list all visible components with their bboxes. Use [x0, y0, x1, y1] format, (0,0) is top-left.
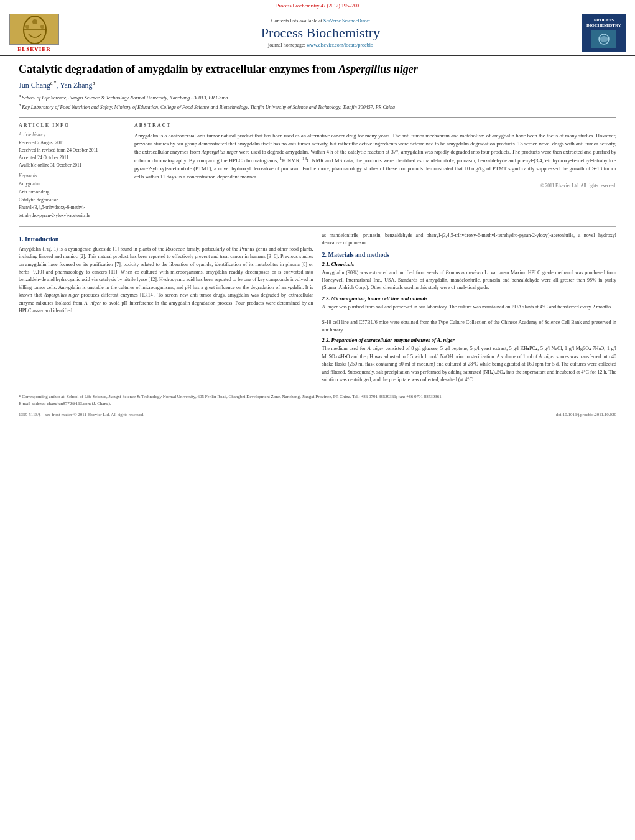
keywords-label: Keywords: — [19, 173, 118, 178]
doi-text: doi:10.1016/j.procbio.2011.10.030 — [556, 412, 616, 417]
abstract-text: Amygdalin is a controversial anti-tumor … — [134, 132, 616, 180]
microorganism-text: A. niger was purified from soil and pres… — [322, 303, 617, 335]
logo-text: PROCESSBIOCHEMISTRY — [586, 17, 621, 29]
received-date: Received 2 August 2011 — [19, 139, 118, 147]
chemicals-subtitle: 2.1. Chemicals — [322, 261, 617, 267]
journal-homepage-link[interactable]: www.elsevier.com/locate/procbio — [307, 42, 373, 48]
keywords-section: Keywords: Amygdalin Anti-tumor drug Cata… — [19, 173, 118, 220]
chemicals-text: Amygdalin (90%) was extracted and purifi… — [322, 269, 617, 292]
process-biochemistry-logo: PROCESSBIOCHEMISTRY — [582, 14, 626, 52]
introduction-paragraph: Amygdalin (Fig. 1) is a cyanogenic gluco… — [19, 246, 313, 315]
journal-title: Process Biochemistry — [67, 25, 574, 41]
article-title: Catalytic degradation of amygdalin by ex… — [19, 62, 616, 76]
authors-line: Jun Changa,*, Yan Zhangb — [19, 80, 616, 90]
accepted-date: Accepted 24 October 2011 — [19, 154, 118, 162]
email-line: E-mail address: changjun8772@163.com (J.… — [19, 400, 616, 407]
issn-text: 1359-5113/$ – see front matter © 2011 El… — [19, 412, 144, 417]
keywords-list: Amygdalin Anti-tumor drug Catalytic degr… — [19, 180, 118, 220]
elsevier-logo-art — [9, 14, 59, 45]
keyword-2: Anti-tumor drug — [19, 188, 118, 196]
author-yan-zhang: Yan Zhang — [60, 81, 92, 90]
preparation-text: The medium used for A. niger consisted o… — [322, 345, 617, 384]
copyright-line: © 2011 Elsevier Ltd. All rights reserved… — [134, 183, 616, 188]
journal-header: ELSEVIER Contents lists available at Sci… — [0, 11, 635, 56]
journal-center: Contents lists available at SciVerse Sci… — [67, 18, 574, 48]
section-divider — [19, 226, 616, 227]
svg-point-3 — [32, 19, 37, 24]
logo-image — [591, 30, 616, 48]
journal-logo-right: PROCESSBIOCHEMISTRY — [579, 14, 629, 52]
keyword-4: Phenyl-(3,4,5-trihydroxy-6-methyl-tetrah… — [19, 204, 118, 220]
svg-point-4 — [25, 25, 29, 29]
homepage-line: journal homepage: www.elsevier.com/locat… — [67, 42, 574, 48]
author-jun-chang: Jun Chang — [19, 81, 50, 90]
bottom-bar: 1359-5113/$ – see front matter © 2011 El… — [19, 410, 616, 417]
article-dates: Received 2 August 2011 Received in revis… — [19, 139, 118, 169]
materials-title: 2. Materials and methods — [322, 251, 617, 258]
affiliation-b: b Key Laboratory of Food Nutrition and S… — [19, 102, 616, 111]
top-header: Process Biochemistry 47 (2012) 195–200 — [0, 0, 635, 11]
keyword-3: Catalytic degradation — [19, 196, 118, 205]
journal-reference: Process Biochemistry 47 (2012) 195–200 — [276, 3, 359, 9]
introduction-title: 1. Introduction — [19, 236, 313, 242]
keyword-1: Amygdalin — [19, 180, 118, 188]
available-date: Available online 31 October 2011 — [19, 162, 118, 169]
article-info-abstract-section: ARTICLE INFO Article history: Received 2… — [19, 117, 616, 220]
preparation-subtitle: 2.3. Preparation of extracellular enzyme… — [322, 337, 617, 343]
svg-point-5 — [40, 25, 44, 29]
affiliations: a School of Life Science, Jiangxi Scienc… — [19, 93, 616, 111]
abstract-column: ABSTRACT Amygdalin is a controversial an… — [134, 122, 616, 220]
intro-continuation: as mandelonitrile, prunasin, benzaldehyd… — [322, 232, 617, 247]
footnote-section: * Corresponding author at: School of Lif… — [19, 390, 616, 407]
revised-date: Received in revised form 24 October 2011 — [19, 147, 118, 154]
corresponding-note: * Corresponding author at: School of Lif… — [19, 394, 616, 400]
elsevier-label: ELSEVIER — [17, 46, 51, 52]
author-sup-a: a,* — [50, 80, 57, 86]
section-number-1: 1. — [19, 236, 25, 242]
affiliation-a: a School of Life Science, Jiangxi Scienc… — [19, 93, 616, 101]
microorganism-subtitle: 2.2. Microorganism, tumor cell line and … — [322, 295, 617, 302]
article-info-column: ARTICLE INFO Article history: Received 2… — [19, 122, 124, 220]
contents-line: Contents lists available at SciVerse Sci… — [67, 18, 574, 24]
body-left-column: 1. Introduction Amygdalin (Fig. 1) is a … — [19, 232, 313, 384]
history-label: Article history: — [19, 132, 118, 137]
sciverse-link[interactable]: SciVerse ScienceDirect — [323, 18, 370, 24]
body-two-columns: 1. Introduction Amygdalin (Fig. 1) is a … — [19, 232, 616, 384]
abstract-heading: ABSTRACT — [134, 122, 616, 128]
author-sup-b: b — [93, 80, 95, 86]
article-main: Catalytic degradation of amygdalin by ex… — [0, 56, 635, 423]
article-info-heading: ARTICLE INFO — [19, 122, 118, 128]
body-right-column: as mandelonitrile, prunasin, benzaldehyd… — [322, 232, 617, 384]
section-title-label: Introduction — [25, 236, 58, 242]
elsevier-logo-left: ELSEVIER — [6, 14, 62, 52]
